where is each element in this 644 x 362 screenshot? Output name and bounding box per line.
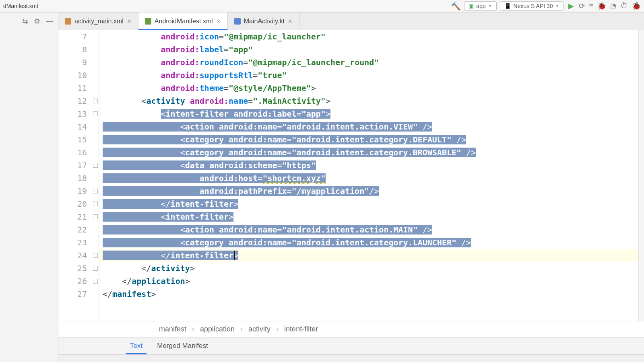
android-icon: ▣ <box>469 3 474 9</box>
code-editor[interactable]: 789101112131415161718192021222324252627 … <box>58 30 644 321</box>
apply-changes-icon[interactable]: ⟳ <box>579 2 585 10</box>
gear-icon[interactable]: ⚙ <box>34 17 40 26</box>
subtab-merged-manifest[interactable]: Merged Manifest <box>150 337 215 354</box>
editor-tabbar: activity_main.xml ✕ AndroidManifest.xml … <box>58 12 644 30</box>
status-bar <box>58 355 644 362</box>
build-icon[interactable]: 🔨 <box>451 1 461 11</box>
chevron-down-icon: ▼ <box>555 4 559 8</box>
debug-icon[interactable]: 🐞 <box>597 2 606 10</box>
line-number-gutter: 789101112131415161718192021222324252627 <box>58 30 92 321</box>
lines-icon[interactable]: ≡ <box>589 2 593 10</box>
toolbar-actions: ⟳ ≡ 🐞 ◔ ⏱ 🐞 <box>579 2 641 10</box>
profiler-icon[interactable]: ◔ <box>610 2 617 10</box>
gauge-icon[interactable]: ⏱ <box>621 2 628 10</box>
crumb[interactable]: activity <box>248 325 270 333</box>
path-fragment: dManifest.xml <box>3 3 38 9</box>
tab-label: activity_main.xml <box>74 18 124 25</box>
error-stripe[interactable] <box>638 30 644 321</box>
tab-main-activity[interactable]: MainActivity.kt ✕ <box>228 12 299 30</box>
tab-android-manifest[interactable]: AndroidManifest.xml ✕ <box>138 12 228 30</box>
code-area[interactable]: android:icon="@mipmap/ic_launcher" andro… <box>99 30 638 321</box>
hide-icon[interactable]: — <box>46 17 53 25</box>
project-tool-window: ⇆ ⚙ — <box>0 12 58 362</box>
kotlin-file-icon <box>234 18 241 25</box>
chevron-right-icon: › <box>192 325 194 333</box>
chevron-right-icon: › <box>276 325 279 333</box>
device-label: Nexus S API 30 <box>514 3 553 9</box>
attach-debug-icon[interactable]: 🐞 <box>632 2 641 10</box>
xml-file-icon <box>65 18 71 25</box>
subtab-text[interactable]: Text <box>123 337 150 354</box>
chevron-right-icon: › <box>240 325 243 333</box>
collapse-icon[interactable]: ⇆ <box>22 17 28 26</box>
crumb[interactable]: application <box>200 325 235 333</box>
manifest-file-icon <box>145 18 151 25</box>
close-icon[interactable]: ✕ <box>216 18 221 25</box>
editor-subtabs: Text Merged Manifest <box>58 337 644 355</box>
crumb[interactable]: intent-filter <box>284 325 318 333</box>
subtab-label: Text <box>130 342 142 350</box>
run-config-label: app <box>476 3 485 9</box>
run-config-dropdown[interactable]: ▣ app ▼ <box>464 1 496 11</box>
close-icon[interactable]: ✕ <box>288 18 293 25</box>
breadcrumb: manifest › application › activity › inte… <box>58 321 644 337</box>
device-icon: 📱 <box>504 3 511 9</box>
ide-toolbar: dManifest.xml 🔨 ▣ app ▼ 📱 Nexus S API 30… <box>0 0 644 12</box>
fold-gutter[interactable] <box>92 30 99 321</box>
tab-activity-main[interactable]: activity_main.xml ✕ <box>58 12 138 30</box>
close-icon[interactable]: ✕ <box>127 18 132 25</box>
chevron-down-icon: ▼ <box>488 4 492 8</box>
tab-label: AndroidManifest.xml <box>155 18 213 25</box>
subtab-label: Merged Manifest <box>157 342 208 350</box>
tab-label: MainActivity.kt <box>244 18 285 25</box>
device-dropdown[interactable]: 📱 Nexus S API 30 ▼ <box>500 1 564 11</box>
run-button[interactable]: ▶ <box>567 2 576 10</box>
crumb[interactable]: manifest <box>159 325 186 333</box>
